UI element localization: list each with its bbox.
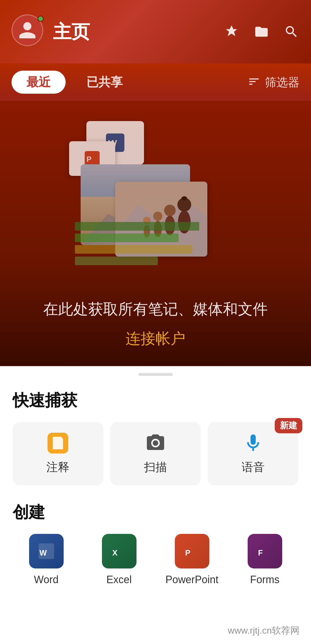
note-icon [48, 433, 68, 453]
create-word-label: Word [34, 574, 58, 586]
create-forms-button[interactable]: F Forms [231, 534, 298, 586]
quick-scan-button[interactable]: 扫描 [110, 422, 201, 485]
filter-icon [248, 75, 260, 89]
create-ppt-button[interactable]: P PowerPoint [158, 534, 225, 586]
page-title: 主页 [53, 19, 223, 44]
tab-bar: 最近 已共享 筛选器 [0, 63, 311, 101]
svg-text:P: P [87, 155, 92, 163]
svg-point-10 [153, 212, 162, 221]
create-word-button[interactable]: W Word [13, 534, 80, 586]
svg-text:F: F [258, 549, 263, 557]
svg-point-8 [164, 205, 176, 216]
doc-strips [75, 222, 213, 262]
main-content: W P [0, 101, 311, 366]
quick-capture-grid: 注释 扫描 新建 语音 [13, 422, 298, 485]
svg-text:P: P [185, 549, 190, 557]
quick-capture-title: 快速捕获 [13, 390, 298, 412]
quick-scan-label: 扫描 [144, 459, 167, 475]
filter-label: 筛选器 [265, 74, 299, 90]
quick-note-label: 注释 [46, 459, 69, 475]
folder-button[interactable] [253, 24, 270, 40]
online-indicator [37, 16, 44, 22]
new-badge: 新建 [275, 418, 302, 433]
illustration: W P [63, 112, 248, 262]
ppt-icon: P [175, 534, 209, 568]
header: 主页 [0, 0, 311, 63]
create-grid: W Word X Excel P PowerPoint [13, 534, 298, 586]
create-excel-button[interactable]: X Excel [86, 534, 153, 586]
svg-text:W: W [39, 549, 47, 557]
avatar[interactable] [12, 14, 46, 49]
excel-icon: X [102, 534, 136, 568]
header-actions [223, 24, 299, 40]
premium-button[interactable] [223, 24, 240, 40]
search-button[interactable] [283, 24, 299, 40]
quick-note-button[interactable]: 注释 [13, 422, 103, 485]
create-excel-label: Excel [106, 574, 132, 586]
camera-icon [145, 433, 166, 453]
quick-voice-label: 语音 [242, 459, 265, 475]
create-title: 创建 [13, 502, 298, 524]
quick-voice-button[interactable]: 新建 语音 [208, 422, 298, 485]
create-ppt-label: PowerPoint [165, 574, 218, 586]
bottom-sheet: 快速捕获 注释 扫描 新建 语 [0, 366, 311, 603]
svg-point-14 [181, 196, 187, 200]
tab-shared[interactable]: 已共享 [71, 71, 138, 94]
tab-recent[interactable]: 最近 [12, 71, 66, 94]
create-forms-label: Forms [250, 574, 280, 586]
filter-button[interactable]: 筛选器 [248, 74, 299, 90]
svg-text:X: X [112, 549, 117, 557]
sheet-handle [138, 373, 173, 376]
empty-state-text: 在此处获取所有笔记、媒体和文件 [43, 299, 268, 319]
watermark: www.rjtj.cn软荐网 [228, 624, 299, 637]
forms-icon: F [248, 534, 282, 568]
word-icon: W [29, 534, 64, 568]
mic-icon [243, 433, 263, 453]
connect-account-link[interactable]: 连接帐户 [126, 329, 185, 349]
